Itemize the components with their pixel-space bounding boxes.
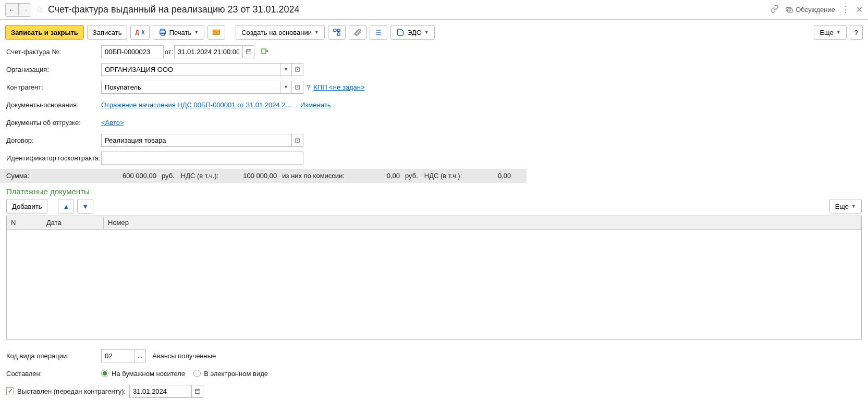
table-more-button[interactable]: Еще ▼ xyxy=(829,199,862,214)
goscontract-label: Идентификатор госконтракта: xyxy=(6,154,101,162)
commission-label: из них по комиссии: xyxy=(282,172,345,180)
invoice-number-field[interactable] xyxy=(101,45,164,58)
more-button[interactable]: Еще ▼ xyxy=(814,25,846,40)
from-label: от: xyxy=(164,48,174,56)
svg-rect-7 xyxy=(337,29,340,32)
dropdown-button[interactable]: ▼ xyxy=(280,63,292,76)
kebab-menu-icon[interactable]: ⋮ xyxy=(841,5,850,15)
radio-checked-icon xyxy=(101,370,108,377)
caret-down-icon: ▼ xyxy=(851,204,856,209)
operation-code-field[interactable] xyxy=(101,349,135,362)
close-icon[interactable]: ✕ xyxy=(856,5,863,15)
create-based-on-button[interactable]: Создать на основании ▼ xyxy=(236,25,325,40)
move-down-button[interactable]: ▼ xyxy=(77,199,93,214)
rub-label: руб. xyxy=(405,172,418,180)
basis-docs-label: Документы-основания: xyxy=(6,101,101,109)
svg-rect-16 xyxy=(262,49,266,53)
sum-value: 600 000,00 xyxy=(101,172,160,180)
counterparty-label: Контрагент: xyxy=(6,83,101,91)
vat-label: НДС (в т.ч.): xyxy=(181,172,219,180)
kpp-link[interactable]: КПП <не задан> xyxy=(313,83,364,91)
invoice-number-label: Счет-фактура №: xyxy=(6,48,101,56)
composed-label: Составлен: xyxy=(6,370,101,378)
caret-down-icon: ▼ xyxy=(194,30,199,35)
page-title: Счет-фактура выданный на реализацию 23 о… xyxy=(48,4,771,15)
mail-button[interactable] xyxy=(207,25,225,40)
grid-col-date[interactable]: Дата xyxy=(42,216,104,229)
help-icon[interactable]: ? xyxy=(307,83,310,91)
svg-rect-12 xyxy=(246,50,251,54)
discussion-button[interactable]: Обсуждение xyxy=(785,6,835,14)
operation-code-label: Код вида операции: xyxy=(6,352,101,360)
add-row-button[interactable]: Добавить xyxy=(6,199,47,214)
sum-label: Сумма: xyxy=(6,172,101,180)
attach-button[interactable] xyxy=(349,25,366,40)
change-link[interactable]: Изменить xyxy=(300,101,331,109)
payments-section-title: Платежные документы xyxy=(6,187,862,196)
move-up-button[interactable]: ▲ xyxy=(58,199,74,214)
calendar-button[interactable] xyxy=(192,385,203,398)
vat-value: 100 000,00 xyxy=(218,172,280,180)
electronic-radio[interactable]: В электронном виде xyxy=(193,370,268,378)
select-button[interactable]: ... xyxy=(135,349,146,362)
commission-value: 0,00 xyxy=(345,172,403,180)
edo-button[interactable]: ЭДО ▼ xyxy=(390,25,435,40)
dropdown-button[interactable]: ▼ xyxy=(280,81,292,94)
print-button[interactable]: Печать ▼ xyxy=(153,25,205,40)
counterparty-field[interactable] xyxy=(101,81,280,94)
organization-field[interactable] xyxy=(101,63,280,76)
status-arrow-icon[interactable] xyxy=(261,47,269,57)
contract-field[interactable] xyxy=(101,134,292,147)
calendar-button[interactable] xyxy=(243,45,254,58)
radio-unchecked-icon xyxy=(193,370,201,377)
svg-rect-8 xyxy=(337,33,340,35)
nav-forward-button[interactable]: → xyxy=(18,4,31,16)
operation-code-desc: Авансы полученные xyxy=(152,352,216,360)
help-button[interactable]: ? xyxy=(850,25,863,40)
write-and-close-button[interactable]: Записать и закрыть xyxy=(5,25,84,40)
organization-label: Организация: xyxy=(6,66,101,73)
link-icon[interactable] xyxy=(771,5,779,15)
issued-date-field[interactable] xyxy=(129,385,192,398)
svg-rect-5 xyxy=(213,30,219,34)
nav-back-button[interactable]: ← xyxy=(6,4,18,16)
vat2-value: 0,00 xyxy=(462,172,514,180)
open-button[interactable] xyxy=(292,134,303,147)
goscontract-field[interactable] xyxy=(101,152,303,165)
open-button[interactable] xyxy=(292,63,303,76)
grid-body[interactable] xyxy=(7,230,861,339)
caret-down-icon: ▼ xyxy=(424,30,429,35)
svg-rect-20 xyxy=(195,390,200,394)
grid-col-number[interactable]: Номер xyxy=(104,216,861,229)
open-button[interactable] xyxy=(292,81,303,94)
payments-grid[interactable]: N Дата Номер xyxy=(6,216,862,340)
caret-down-icon: ▼ xyxy=(314,30,319,35)
contract-label: Договор: xyxy=(6,136,101,144)
shipment-docs-link[interactable]: <Авто> xyxy=(101,119,124,127)
issued-checkbox[interactable]: ✓ xyxy=(6,387,14,395)
rub-label: руб. xyxy=(162,172,175,180)
issued-label: Выставлен (передан контрагенту): xyxy=(17,387,126,395)
vat2-label: НДС (в т.ч.): xyxy=(424,172,462,180)
invoice-date-field[interactable] xyxy=(174,45,243,58)
shipment-docs-label: Документы об отгрузке: xyxy=(6,119,101,127)
basis-doc-link[interactable]: Отражение начисления НДС 00БП-000001 от … xyxy=(101,101,294,109)
favorite-star-icon[interactable]: ☆ xyxy=(35,4,44,16)
related-button[interactable] xyxy=(328,25,346,40)
write-button[interactable]: Записать xyxy=(87,25,128,40)
grid-col-n[interactable]: N xyxy=(7,216,42,229)
dtkt-button[interactable]: ДК xyxy=(130,25,149,40)
list-button[interactable] xyxy=(370,25,387,40)
caret-down-icon: ▼ xyxy=(836,30,841,35)
paper-radio[interactable]: На бумажном носителе xyxy=(101,370,185,378)
svg-rect-6 xyxy=(334,29,336,32)
